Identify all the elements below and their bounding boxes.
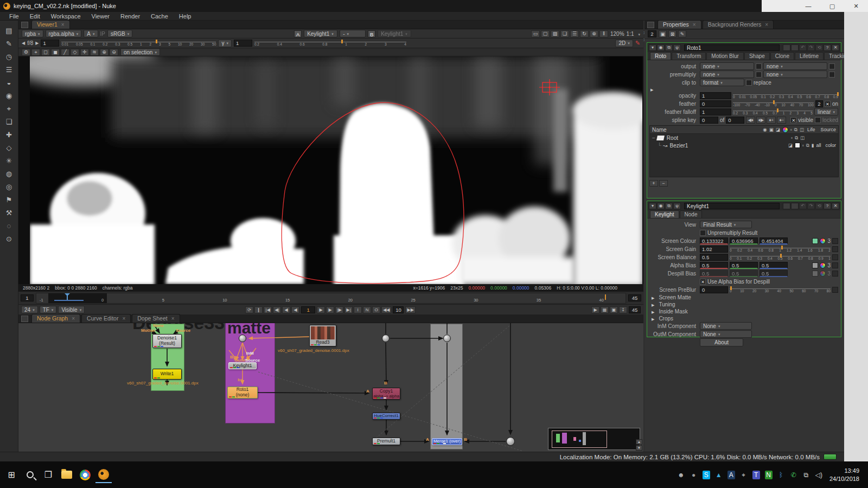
add-shape-icon[interactable]: ◻ [41, 49, 50, 56]
dot-node[interactable] [506, 437, 515, 446]
channels-swatch-icon[interactable] [783, 44, 790, 51]
menu-render[interactable]: Render [116, 13, 145, 20]
graph-scroll-arrows[interactable]: ▲▼ [636, 439, 642, 451]
layer-dropdown[interactable]: rgba [22, 30, 43, 37]
output-menu-icon[interactable] [829, 63, 835, 69]
bezier-invert-icon[interactable]: ◪ [788, 143, 793, 148]
edit-properties-icon[interactable]: ✎ [678, 30, 686, 37]
gamma-slider[interactable]: 0.20.40.60.81234 [254, 40, 406, 47]
viewer-canvas[interactable] [18, 56, 643, 284]
b-input-dropdown[interactable]: Keylight1 [378, 30, 411, 37]
screen-gain-slider[interactable]: 00.20.40.60.811.21.41.61.82 [730, 246, 831, 253]
roto1-name-field[interactable]: Roto1 [684, 44, 780, 51]
time-tools-icon[interactable]: ◷ [3, 51, 15, 62]
tab-background-renders[interactable]: Background Renders [703, 20, 774, 29]
undo-icon[interactable]: ↶ [799, 44, 807, 51]
filter-tools-icon[interactable]: ◉ [3, 90, 15, 101]
input-process-label[interactable]: IP [100, 31, 105, 37]
about-button[interactable]: About [700, 338, 743, 346]
node-roto1[interactable]: Roto1 (none) [227, 387, 258, 399]
render-button[interactable]: ▦ [601, 306, 609, 313]
sync-range-icon[interactable]: ⟳ [245, 306, 253, 313]
gain-anim-icon[interactable] [832, 246, 838, 252]
screen-preblur-field[interactable]: 0 [700, 286, 728, 293]
a-input-dropdown[interactable]: Keylight1 [304, 30, 337, 37]
despill-bias-swatch[interactable] [812, 271, 818, 277]
lock-panels-icon[interactable]: ▣ [659, 30, 667, 37]
tuning-group[interactable]: Tuning [659, 301, 675, 307]
pause-icon[interactable]: ‖ [599, 30, 608, 37]
menu-edit[interactable]: Edit [25, 13, 45, 20]
root-overlay-icon[interactable]: ⧉ [795, 135, 798, 141]
colour-anim-icon[interactable] [832, 238, 838, 244]
fstop-next-icon[interactable]: ▶ [35, 41, 39, 46]
panel-menu-icon[interactable] [21, 316, 28, 322]
file-explorer-button[interactable] [59, 467, 75, 483]
tab-lifetime[interactable]: Lifetime [795, 52, 824, 60]
screen-colour-wheel-icon[interactable] [820, 238, 826, 244]
despill-bias-b-field[interactable]: 0.5 [760, 270, 788, 277]
remove-point-icon[interactable]: ⊖ [110, 49, 118, 56]
particles-tools-icon[interactable]: ✳ [3, 155, 15, 166]
add-point-icon[interactable]: ⊕ [100, 49, 108, 56]
tray-phone-icon[interactable]: ✆ [790, 471, 797, 479]
metadata-tools-icon[interactable]: ⚑ [3, 194, 15, 206]
group-arrow-icon[interactable] [652, 316, 657, 322]
tray-capture-icon[interactable]: ⌖ [740, 471, 748, 479]
feather-slider[interactable]: -100-70-40-100104070100 [733, 100, 814, 107]
node-read3[interactable]: Read3 [309, 325, 336, 346]
panel-close-icon[interactable]: ✕ [832, 44, 839, 51]
next-key-button[interactable]: ♦▶ [756, 117, 765, 124]
tab-viewer1[interactable]: Viewer1 [31, 20, 70, 29]
panel-float-icon[interactable]: ⧉ [665, 44, 673, 51]
falloff-slider[interactable]: 0.20.30.40.50.712345 [733, 108, 813, 115]
node-keylight1[interactable]: Keylight1 [228, 362, 257, 369]
output-invert-checkbox[interactable] [756, 63, 762, 69]
nuke-taskbar-button[interactable] [95, 467, 112, 483]
gain-slider[interactable]: 0.010.050.10.20.30.5123510203050 [61, 40, 216, 47]
panel-collapse-icon[interactable]: ▾ [649, 44, 656, 51]
panel-focus-icon[interactable]: ◉ [657, 44, 665, 51]
tray-skype-icon[interactable]: S [703, 471, 710, 479]
alpha-bias-swatch[interactable] [812, 262, 818, 268]
delete-key-button[interactable]: ♦− [777, 117, 786, 124]
gamma-field[interactable]: 1 [234, 40, 252, 47]
despill-bias-anim-icon[interactable] [832, 271, 838, 277]
format-frame-icon[interactable]: ▭ [531, 30, 540, 37]
panel-wrangler-icon[interactable]: ψ [673, 203, 681, 209]
start-button[interactable]: ⊞ [3, 467, 20, 483]
tray-nvidia-icon[interactable]: N [765, 471, 773, 479]
alpha-bias-anim-icon[interactable] [832, 262, 838, 268]
ocio-tools-icon[interactable]: ⊙ [3, 233, 15, 245]
node-copy1[interactable]: Copy1 alpha -> alpha [372, 388, 400, 400]
step-back-button[interactable]: ◀ [291, 306, 299, 313]
node-write1[interactable]: Write1 [152, 369, 182, 380]
minimize-button[interactable]: — [796, 0, 820, 12]
close-all-panels-icon[interactable]: ⊠ [668, 30, 676, 37]
tray-autodesk-icon[interactable]: A [727, 471, 735, 479]
tab-node-graph[interactable]: Node Graph [31, 314, 80, 323]
lock-range-button[interactable]: ▣ [610, 306, 618, 313]
alpha-bias-r-field[interactable]: 0.5 [700, 262, 728, 269]
premultiply-mask-dropdown[interactable]: none [763, 70, 827, 78]
add-shape-button[interactable]: + [649, 180, 658, 187]
premultiply-dropdown[interactable]: none [700, 70, 754, 78]
prev-keyframe-button[interactable]: ◀| [273, 306, 281, 313]
input-dropdown[interactable]: A [84, 30, 98, 37]
tray-anaconda-icon[interactable]: ▲ [715, 471, 723, 479]
goto-start-button[interactable]: |◀ [264, 306, 272, 313]
root-mask-icon[interactable]: ◫ [800, 135, 805, 140]
proxy-mode-icon[interactable]: ▢ [541, 30, 550, 37]
tab-transform[interactable]: Transform [672, 52, 706, 60]
refresh-icon[interactable]: ↻ [580, 30, 589, 37]
channel-tools-icon[interactable]: ☰ [3, 64, 15, 75]
tab-roto[interactable]: Roto [650, 52, 671, 60]
outm-component-dropdown[interactable]: None [700, 330, 752, 338]
wipe-icon[interactable]: ▨ [551, 30, 559, 37]
revert-icon[interactable]: ⟲ [815, 44, 823, 51]
inm-component-dropdown[interactable]: None [700, 322, 752, 330]
node-huecorrect1[interactable]: HueCorrect1 [372, 413, 400, 420]
visible-checkbox[interactable] [790, 117, 796, 123]
crops-group[interactable]: Crops [659, 316, 673, 322]
add-key-button[interactable]: ♦+ [767, 117, 776, 124]
